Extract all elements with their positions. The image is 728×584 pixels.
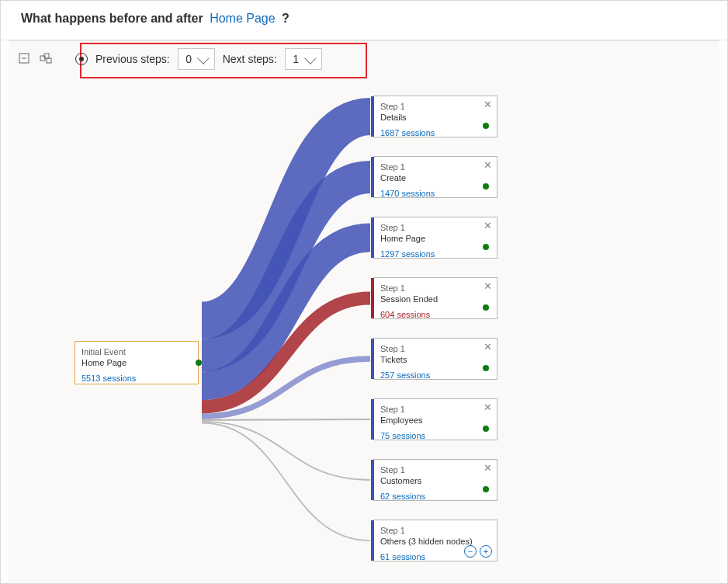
chevron-down-icon <box>197 52 210 64</box>
close-icon[interactable]: ✕ <box>484 463 492 473</box>
flow-links <box>9 77 719 582</box>
node-title: Step 1 <box>380 404 491 415</box>
collapse-all-icon[interactable] <box>18 52 30 67</box>
node-name: Tickets <box>380 354 491 365</box>
node-bar <box>371 217 374 258</box>
node-bar <box>371 157 374 197</box>
header-suffix: ? <box>282 12 289 25</box>
next-steps-value: 1 <box>293 53 299 65</box>
node-bar <box>371 339 374 379</box>
node-title: Step 1 <box>380 343 491 354</box>
step-node[interactable]: Step 1Employees75 sessions✕ <box>373 398 497 440</box>
node-bar <box>371 399 374 440</box>
node-bar <box>371 520 374 561</box>
node-dot-icon <box>483 486 489 492</box>
node-name: Details <box>380 112 491 123</box>
node-title: Step 1 <box>380 464 491 475</box>
node-sessions[interactable]: 1470 sessions <box>374 186 497 203</box>
node-sessions[interactable]: 62 sessions <box>374 488 497 506</box>
step-node[interactable]: Step 1Create1470 sessions✕ <box>373 156 497 198</box>
node-dot-icon <box>483 304 489 311</box>
node-name: Session Ended <box>380 294 491 304</box>
node-title: Step 1 <box>380 162 491 172</box>
node-sessions[interactable]: 1687 sessions <box>374 125 497 142</box>
step-node[interactable]: Step 1Details1687 sessions✕ <box>373 96 497 137</box>
close-icon[interactable]: ✕ <box>484 342 492 352</box>
close-icon[interactable]: ✕ <box>484 99 492 110</box>
node-sessions[interactable]: 1297 sessions <box>374 246 497 263</box>
close-icon[interactable]: ✕ <box>484 160 492 170</box>
page-title: What happens before and after Home Page … <box>1 1 727 40</box>
node-dot-icon <box>483 365 489 371</box>
collapse-icon[interactable]: − <box>464 545 477 558</box>
node-bar <box>371 278 374 318</box>
node-title: Initial Event <box>81 346 192 357</box>
prev-steps-select[interactable]: 0 <box>178 48 215 70</box>
node-sessions[interactable]: 75 sessions <box>374 428 497 445</box>
node-bar <box>371 460 374 500</box>
node-dot-icon <box>196 360 202 366</box>
node-sessions[interactable]: 257 sessions <box>374 367 497 384</box>
header-prefix: What happens before and after <box>21 12 203 25</box>
node-title: Step 1 <box>380 101 491 112</box>
step-node[interactable]: Step 1Tickets257 sessions✕ <box>373 338 497 380</box>
event-link[interactable]: Home Page <box>210 12 276 25</box>
node-name: Customers <box>380 475 491 486</box>
node-title: Step 1 <box>380 222 491 233</box>
node-name: Create <box>380 172 491 183</box>
node-dot-icon <box>483 244 489 250</box>
close-icon[interactable]: ✕ <box>484 281 492 291</box>
close-icon[interactable]: ✕ <box>484 221 492 231</box>
step-node[interactable]: Step 1Home Page1297 sessions✕ <box>373 217 497 259</box>
node-bar <box>371 96 374 137</box>
step-node[interactable]: Step 1Session Ended604 sessions✕ <box>373 277 497 319</box>
layout-icon[interactable] <box>40 52 52 67</box>
close-icon[interactable]: ✕ <box>484 402 492 412</box>
node-name: Home Page <box>81 357 192 368</box>
node-name: Home Page <box>380 233 491 244</box>
step-node[interactable]: Step 1Others (3 hidden nodes)61 sessions… <box>373 520 497 561</box>
node-title: Step 1 <box>380 525 491 536</box>
node-sessions[interactable]: 604 sessions <box>374 307 497 324</box>
radio-icon[interactable] <box>75 53 88 65</box>
node-dot-icon <box>483 183 489 189</box>
prev-steps-label: Previous steps: <box>95 53 170 65</box>
chevron-down-icon <box>304 52 317 64</box>
svg-rect-4 <box>47 58 51 63</box>
next-steps-select[interactable]: 1 <box>285 48 322 70</box>
next-steps-label: Next steps: <box>223 53 277 65</box>
node-dot-icon <box>483 123 489 129</box>
node-sessions[interactable]: 5513 sessions <box>75 370 198 388</box>
node-title: Step 1 <box>380 283 491 294</box>
node-name: Employees <box>380 415 491 426</box>
toolbar: Previous steps: 0 Next steps: 1 <box>9 41 719 77</box>
step-node[interactable]: Step 1Customers62 sessions✕ <box>373 459 497 501</box>
node-dot-icon <box>483 426 489 432</box>
prev-steps-value: 0 <box>185 53 192 65</box>
initial-event-node[interactable]: Initial EventHome Page5513 sessions <box>75 341 199 384</box>
expand-icon[interactable]: + <box>480 545 492 558</box>
